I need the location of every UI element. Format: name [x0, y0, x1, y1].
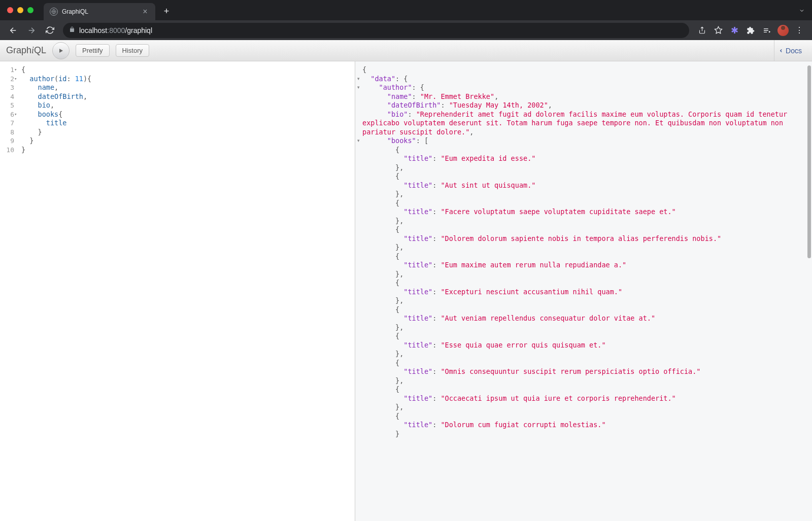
back-button[interactable] — [5, 22, 21, 39]
new-tab-button[interactable]: + — [159, 4, 174, 18]
star-icon[interactable] — [710, 23, 726, 38]
close-tab-button[interactable]: × — [141, 7, 149, 16]
close-window-button[interactable] — [7, 7, 13, 13]
graphiql-toolbar: GraphiQL Prettify History Docs — [0, 40, 812, 61]
lock-icon — [69, 26, 75, 34]
minimize-window-button[interactable] — [17, 7, 23, 13]
tab-title: GraphiQL — [62, 8, 137, 15]
globe-icon — [50, 8, 58, 16]
browser-toolbar-right: ✱ ⋮ — [694, 23, 807, 38]
browser-tab[interactable]: GraphiQL × — [44, 3, 155, 20]
playlist-icon[interactable] — [759, 23, 774, 38]
maximize-window-button[interactable] — [27, 7, 33, 13]
browser-chrome: GraphiQL × + localhost:8000/graphiql — [0, 0, 812, 40]
svg-marker-5 — [59, 49, 63, 53]
puzzle-icon[interactable] — [743, 23, 758, 38]
result-code[interactable]: { "data": { "author": { "name": "Mr. Emm… — [361, 61, 812, 521]
window-controls — [7, 7, 33, 13]
query-editor[interactable]: 1▾2▾3456▾78910 { author(id: 11){ name, d… — [0, 61, 355, 521]
line-gutter: 1▾2▾3456▾78910 — [0, 61, 19, 521]
result-fold-gutter: ▾▾ ▾ — [355, 61, 361, 521]
menu-icon[interactable]: ⋮ — [792, 23, 807, 38]
extension-icon-1[interactable]: ✱ — [727, 23, 742, 38]
graphiql-logo: GraphiQL — [6, 45, 46, 56]
address-bar[interactable]: localhost:8000/graphiql — [63, 23, 689, 38]
execute-button[interactable] — [52, 42, 70, 59]
address-bar-row: localhost:8000/graphiql ✱ ⋮ — [0, 20, 812, 40]
url-text: localhost:8000/graphiql — [79, 26, 683, 34]
editor-area: 1▾2▾3456▾78910 { author(id: 11){ name, d… — [0, 61, 812, 521]
tab-bar: GraphiQL × + — [0, 0, 812, 20]
result-panel: ▾▾ ▾ { "data": { "author": { "name": "Mr… — [355, 61, 812, 521]
share-icon[interactable] — [694, 23, 709, 38]
svg-marker-4 — [715, 26, 722, 33]
graphiql-app: GraphiQL Prettify History Docs 1▾2▾3456▾… — [0, 40, 812, 521]
reload-button[interactable] — [42, 22, 58, 39]
query-code[interactable]: { author(id: 11){ name, dateOfBirth, bio… — [19, 61, 355, 521]
history-button[interactable]: History — [116, 44, 149, 57]
prettify-button[interactable]: Prettify — [76, 44, 109, 57]
tabs-chevron-icon[interactable] — [799, 7, 805, 16]
docs-toggle[interactable]: Docs — [774, 40, 806, 61]
scrollbar[interactable] — [807, 65, 811, 258]
avatar[interactable] — [777, 25, 789, 36]
forward-button[interactable] — [23, 22, 40, 39]
